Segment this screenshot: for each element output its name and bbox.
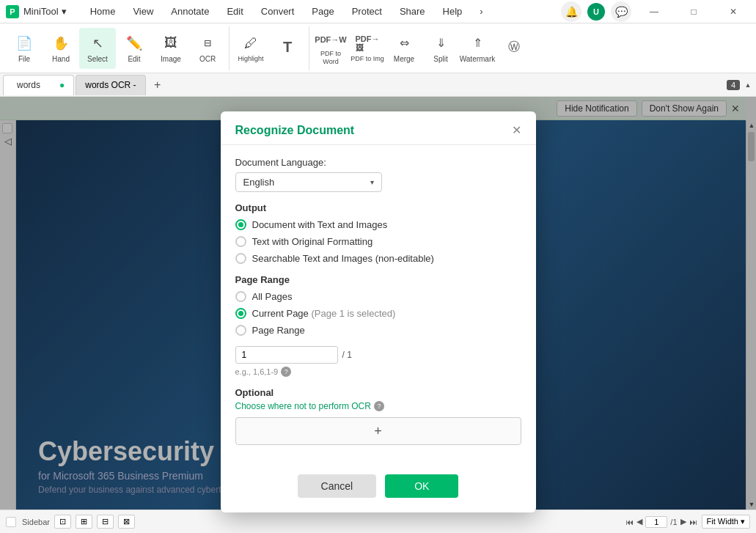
chat-icon[interactable]: 💬 <box>611 1 631 22</box>
output-option-text[interactable]: Text with Original Formatting <box>235 236 521 247</box>
minimize-button[interactable]: — <box>637 0 671 23</box>
scroll-up-button[interactable]: ▲ <box>743 80 753 90</box>
dialog-footer: Cancel OK <box>221 464 536 512</box>
menu-home[interactable]: Home <box>81 0 125 23</box>
maximize-button[interactable]: □ <box>677 0 711 23</box>
menu-annotate[interactable]: Annotate <box>162 0 218 23</box>
page-layout-btn-3[interactable]: ⊟ <box>97 515 114 529</box>
menu-edit[interactable]: Edit <box>218 0 252 23</box>
range-hint-text: e.g., 1,6,1-9 <box>235 367 279 376</box>
toolbar-group-annotate: 🖊 Highlight T <box>230 26 309 70</box>
output-radio-text[interactable] <box>235 236 246 247</box>
tool-pdf-word-label: PDF to Word <box>314 50 348 66</box>
fit-width-button[interactable]: Fit Width ▾ <box>702 515 750 529</box>
tab-bar-right: 4 ▲ <box>727 80 753 90</box>
merge-icon: ⇓ <box>430 33 451 54</box>
notification-icon[interactable]: 🔔 <box>561 1 581 22</box>
image-icon: 🖼 <box>161 33 181 54</box>
modal-overlay: Recognize Document ✕ Document Language: … <box>0 97 756 510</box>
menu-page[interactable]: Page <box>303 0 342 23</box>
page-layout-btn-2[interactable]: ⊞ <box>76 515 92 529</box>
tool-pdf-img[interactable]: PDF→🖼 PDF to Img <box>349 28 386 69</box>
tool-text[interactable]: T <box>269 28 306 69</box>
range-input-field[interactable] <box>235 346 338 364</box>
tool-select[interactable]: ↖ Select <box>79 28 116 69</box>
output-radio-searchable[interactable] <box>235 253 246 264</box>
window-controls: 🔔 U 💬 — □ ✕ <box>561 0 750 23</box>
language-select[interactable]: English ▾ <box>235 172 382 192</box>
tool-image-label: Image <box>161 55 181 64</box>
menu-view[interactable]: View <box>124 0 162 23</box>
status-right: ⏮ ◀ /1 ▶ ⏭ Fit Width ▾ <box>625 515 750 529</box>
range-input-row: / 1 <box>235 346 521 364</box>
app-logo: P <box>6 5 19 18</box>
dialog-header: Recognize Document ✕ <box>221 111 536 145</box>
output-option-searchable[interactable]: Searchable Text and Images (non-editable… <box>235 253 521 264</box>
prev-page-button[interactable]: ◀ <box>636 517 642 526</box>
sidebar-toggle-checkbox[interactable] <box>6 517 16 527</box>
range-label-current: Current Page (Page 1 is selected) <box>252 308 396 319</box>
menu-bar: Home View Annotate Edit Convert Page Pro… <box>81 0 492 23</box>
tab-words-ocr[interactable]: words OCR - <box>76 75 145 95</box>
tab-indicator: ● <box>59 80 65 90</box>
next-page-button[interactable]: ▶ <box>680 517 686 526</box>
range-radio-all[interactable] <box>235 291 246 302</box>
tool-pdf-word[interactable]: PDF→W PDF to Word <box>312 28 349 69</box>
range-radio-current[interactable] <box>235 308 246 319</box>
tab-words[interactable]: ● <box>3 75 74 95</box>
range-option-current[interactable]: Current Page (Page 1 is selected) <box>235 308 521 319</box>
tool-edit[interactable]: ✏️ Edit <box>116 28 153 69</box>
tool-merge-label: Split <box>433 55 447 64</box>
tool-hand[interactable]: ✋ Hand <box>43 28 79 69</box>
page-layout-btn-4[interactable]: ⊠ <box>118 515 135 529</box>
add-ocr-area[interactable]: + <box>235 417 521 445</box>
cancel-button[interactable]: Cancel <box>298 474 377 498</box>
optional-label: Optional <box>235 387 521 398</box>
menu-help[interactable]: Help <box>434 0 471 23</box>
output-option-doc[interactable]: Document with Text and Images <box>235 219 521 230</box>
output-label-searchable: Searchable Text and Images (non-editable… <box>252 253 434 264</box>
edit-icon: ✏️ <box>124 33 144 54</box>
menu-protect[interactable]: Protect <box>343 0 391 23</box>
app-dropdown[interactable]: ▾ <box>62 6 67 17</box>
optional-hint: Choose where not to perform OCR ? <box>235 401 521 411</box>
page-count-badge: 4 <box>727 80 740 90</box>
range-option-custom[interactable]: Page Range <box>235 325 521 336</box>
tool-compress-label: Merge <box>394 55 414 64</box>
tool-watermark[interactable]: Ⓦ <box>496 28 532 69</box>
tool-image[interactable]: 🖼 Image <box>153 28 189 69</box>
menu-share[interactable]: Share <box>391 0 434 23</box>
user-avatar[interactable]: U <box>587 3 605 21</box>
close-button[interactable]: ✕ <box>716 0 750 23</box>
tool-highlight[interactable]: 🖊 Highlight <box>232 28 269 69</box>
tab-bar: ● words OCR - + 4 ▲ <box>0 73 756 97</box>
menu-help-arrow[interactable]: › <box>471 0 491 23</box>
range-radio-custom[interactable] <box>235 325 246 336</box>
current-page-input[interactable] <box>645 516 667 528</box>
menu-convert[interactable]: Convert <box>252 0 304 23</box>
output-label: Output <box>235 202 521 213</box>
select-icon: ↖ <box>87 33 108 54</box>
page-layout-btn-1[interactable]: ⊡ <box>54 515 71 529</box>
range-help-icon[interactable]: ? <box>281 367 291 377</box>
optional-hint-text: Choose where not to perform OCR <box>235 401 371 411</box>
first-page-button[interactable]: ⏮ <box>625 518 634 526</box>
range-option-all[interactable]: All Pages <box>235 291 521 302</box>
optional-section: Optional Choose where not to perform OCR… <box>235 387 521 445</box>
tool-compress[interactable]: ⇔ Merge <box>386 28 422 69</box>
compress-icon: ⇔ <box>394 33 414 54</box>
tool-file[interactable]: 📄 File <box>6 28 43 69</box>
dialog-close-button[interactable]: ✕ <box>512 123 521 137</box>
page-range-group: Page Range All Pages Current Page (Page … <box>235 274 521 377</box>
ok-button[interactable]: OK <box>385 474 458 498</box>
output-radio-doc[interactable] <box>235 219 246 230</box>
tab-add-button[interactable]: + <box>147 75 168 95</box>
page-range-radio-group: All Pages Current Page (Page 1 is select… <box>235 291 521 336</box>
tool-ocr[interactable]: ⊟ OCR <box>189 28 226 69</box>
tool-split[interactable]: ⇑ Watermark <box>459 28 496 69</box>
tab-words-input[interactable] <box>12 78 56 92</box>
optional-help-icon[interactable]: ? <box>374 401 384 411</box>
last-page-button[interactable]: ⏭ <box>689 518 697 526</box>
tool-merge[interactable]: ⇓ Split <box>422 28 459 69</box>
split-icon: ⇑ <box>467 33 488 54</box>
